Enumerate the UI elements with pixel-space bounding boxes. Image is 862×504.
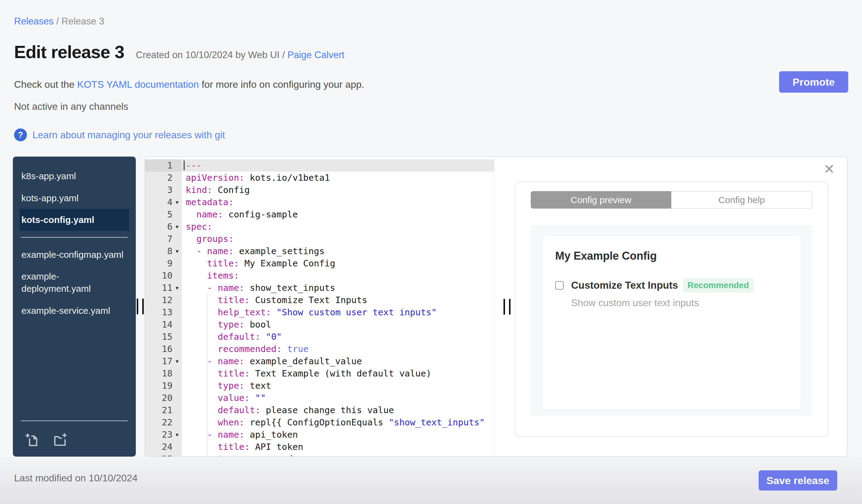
workbench: 1---2apiVersion: kots.io/v1beta13kind: C…: [145, 157, 847, 456]
gutter-line-8: 8▾: [145, 245, 182, 257]
gutter-line-7: 7: [145, 233, 182, 245]
fold-arrow-icon[interactable]: ▾: [172, 199, 182, 206]
code-line-12[interactable]: 12 title: Customize Text Inputs: [145, 294, 494, 306]
main-splitpane: k8s-app.yamlkots-app.yamlkots-config.yam…: [13, 157, 847, 456]
code-line-6[interactable]: 6▾spec:: [145, 221, 494, 233]
code-line-1[interactable]: 1---: [145, 159, 494, 172]
code-line-19[interactable]: 19 type: text: [145, 380, 494, 392]
file-item-example-configmap.yaml[interactable]: example-configmap.yaml: [19, 244, 129, 266]
gutter-line-15: 15: [145, 331, 182, 343]
fold-arrow-icon[interactable]: ▾: [172, 223, 182, 230]
tab-config-help[interactable]: Config help: [671, 191, 812, 209]
customize-text-inputs-checkbox[interactable]: [555, 281, 564, 290]
code-line-24[interactable]: 24 title: API token: [145, 441, 494, 453]
sidebar-spacer: [13, 321, 136, 414]
created-author-link[interactable]: Paige Calvert: [288, 50, 344, 60]
config-group-title: My Example Config: [555, 250, 788, 262]
code-line-23[interactable]: 23▾ - name: api_token: [145, 428, 494, 441]
preview-body: My Example Config Customize Text Inputs …: [531, 225, 812, 416]
gutter-line-25: 25: [145, 453, 182, 456]
code-line-11[interactable]: 11▾ - name: show_text_inputs: [145, 282, 494, 294]
code-line-8[interactable]: 8▾ - name: example_settings: [145, 245, 494, 257]
config-preview-panel: Config previewConfig help My Example Con…: [515, 182, 828, 437]
file-list-top: k8s-app.yamlkots-app.yamlkots-config.yam…: [13, 165, 136, 231]
preview-tabs: Config previewConfig help: [531, 191, 812, 209]
title-row: Edit release 3 Created on 10/10/2024 by …: [14, 42, 344, 62]
gutter-line-11: 11▾: [145, 282, 182, 294]
gutter-line-13: 13: [145, 306, 182, 318]
file-item-example-deployment.yaml[interactable]: example-deployment.yaml: [19, 265, 129, 300]
info-prefix: Check out the: [14, 79, 77, 90]
kots-yaml-doc-link[interactable]: KOTS YAML documentation: [77, 79, 199, 90]
fold-arrow-icon[interactable]: ▾: [172, 358, 182, 365]
fold-arrow-icon[interactable]: ▾: [172, 284, 182, 291]
file-item-example-service.yaml[interactable]: example-service.yaml: [19, 300, 129, 322]
code-line-10[interactable]: 10 items:: [145, 269, 494, 282]
gutter-line-17: 17▾: [145, 355, 182, 367]
code-line-18[interactable]: 18 title: Text Example (with default val…: [145, 367, 494, 380]
breadcrumb-separator: /: [53, 16, 62, 27]
code-line-4[interactable]: 4▾metadata:: [145, 196, 494, 208]
promote-button[interactable]: Promote: [779, 71, 848, 93]
recommended-badge: Recommended: [683, 278, 754, 292]
code-line-20[interactable]: 20 value: "": [145, 392, 494, 404]
fold-arrow-icon[interactable]: ▾: [172, 431, 182, 438]
code-line-17[interactable]: 17▾ - name: example_default_value: [145, 355, 494, 367]
code-line-16[interactable]: 16 recommended: true: [145, 343, 494, 355]
gutter-line-10: 10: [145, 269, 182, 282]
indent-guide: [207, 294, 208, 456]
new-file-icon[interactable]: [25, 432, 40, 449]
yaml-editor[interactable]: 1---2apiVersion: kots.io/v1beta13kind: C…: [145, 157, 494, 456]
learn-git-link[interactable]: Learn about managing your releases with …: [32, 129, 225, 141]
gutter-line-4: 4▾: [145, 196, 182, 208]
sidebar-resize-handle[interactable]: [137, 299, 145, 314]
code-line-9[interactable]: 9 title: My Example Config: [145, 257, 494, 269]
file-item-kots-config.yaml[interactable]: kots-config.yaml: [19, 209, 129, 231]
code-lines: 1---2apiVersion: kots.io/v1beta13kind: C…: [145, 159, 494, 456]
new-folder-icon[interactable]: [52, 432, 68, 449]
created-line: Created on 10/10/2024 by Web UI / Paige …: [136, 50, 344, 61]
file-item-kots-app.yaml[interactable]: kots-app.yaml: [19, 187, 129, 209]
gutter-line-18: 18: [145, 367, 182, 380]
fold-arrow-icon[interactable]: ▾: [172, 248, 182, 255]
sidebar-bottom-divider: [21, 421, 128, 421]
gutter-line-1: 1: [145, 159, 182, 172]
code-line-3[interactable]: 3kind: Config: [145, 184, 494, 196]
breadcrumb-releases-link[interactable]: Releases: [14, 16, 53, 27]
created-text: Created on 10/10/2024 by Web UI /: [136, 50, 288, 60]
code-line-7[interactable]: 7 groups:: [145, 233, 494, 245]
last-modified-text: Last modified on 10/10/2024: [14, 473, 138, 484]
code-line-21[interactable]: 21 default: please change this value: [145, 404, 494, 416]
save-release-button[interactable]: Save release: [759, 470, 837, 491]
text-cursor: [184, 161, 185, 170]
code-line-2[interactable]: 2apiVersion: kots.io/v1beta1: [145, 172, 494, 184]
sidebar-editor-gap: [136, 157, 145, 456]
gutter-line-16: 16: [145, 343, 182, 355]
config-card: My Example Config Customize Text Inputs …: [543, 236, 801, 409]
breadcrumb-current: Release 3: [62, 16, 104, 27]
file-list-bottom: example-configmap.yamlexample-deployment…: [13, 244, 136, 321]
config-item-label: Customize Text Inputs: [571, 279, 678, 291]
code-line-22[interactable]: 22 when: repl{{ ConfigOptionEquals "show…: [145, 416, 494, 428]
config-item-help: Show custom user text inputs: [571, 297, 788, 308]
gutter-line-9: 9: [145, 257, 182, 269]
code-line-5[interactable]: 5 name: config-sample: [145, 208, 494, 221]
preview-resize-handle[interactable]: [504, 299, 511, 315]
file-item-k8s-app.yaml[interactable]: k8s-app.yaml: [19, 165, 129, 187]
gutter-line-21: 21: [145, 404, 182, 416]
code-line-13[interactable]: 13 help_text: "Show custom user text inp…: [145, 306, 494, 318]
info-suffix: for more info on configuring your app.: [199, 79, 364, 90]
close-icon[interactable]: ✕: [823, 162, 835, 176]
gutter-line-3: 3: [145, 184, 182, 196]
breadcrumb: Releases / Release 3: [14, 16, 104, 27]
code-line-25[interactable]: 25 type: password: [145, 453, 494, 456]
channel-status: Not active in any channels: [14, 101, 129, 112]
code-line-14[interactable]: 14 type: bool: [145, 318, 494, 331]
file-list-divider: [21, 237, 128, 238]
tab-config-preview[interactable]: Config preview: [531, 191, 671, 209]
file-sidebar: k8s-app.yamlkots-app.yamlkots-config.yam…: [13, 157, 136, 456]
gutter-line-23: 23▾: [145, 428, 182, 441]
page-title: Edit release 3: [14, 42, 124, 62]
code-line-15[interactable]: 15 default: "0": [145, 331, 494, 343]
gutter-line-22: 22: [145, 416, 182, 428]
